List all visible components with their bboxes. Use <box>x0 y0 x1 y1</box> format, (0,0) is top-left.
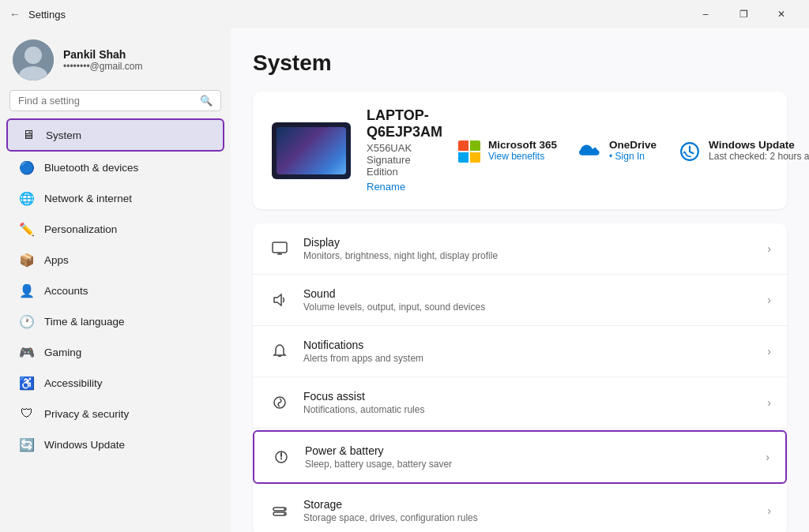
service-onedrive[interactable]: OneDrive • Sign In <box>579 139 657 163</box>
service-winupdate[interactable]: Windows Update Last checked: 2 hours ago <box>679 139 809 163</box>
onedrive-sub: • Sign In <box>609 151 657 162</box>
sidebar-item-bluetooth[interactable]: 🔵Bluetooth & devices <box>6 152 224 182</box>
sidebar-label-network: Network & internet <box>44 193 132 204</box>
title-bar-left: ← Settings <box>9 8 66 21</box>
main-content: System LAPTOP-Q6EJP3AM X556UAK Signature… <box>231 28 809 532</box>
svg-point-15 <box>284 508 285 510</box>
search-icon: 🔍 <box>200 95 213 107</box>
svg-rect-5 <box>273 242 287 253</box>
notifications-desc: Alerts from apps and system <box>303 353 754 364</box>
sidebar-label-accounts: Accounts <box>44 285 88 297</box>
sidebar-item-gaming[interactable]: 🎮Gaming <box>6 337 224 367</box>
title-bar-controls: – ❐ ✕ <box>687 3 800 25</box>
power-battery-desc: Sleep, battery usage, battery saver <box>305 459 753 470</box>
device-services: Microsoft 365 View benefits OneDrive • S… <box>458 139 809 163</box>
display-icon <box>269 238 291 260</box>
onedrive-info: OneDrive • Sign In <box>609 139 657 162</box>
service-ms365[interactable]: Microsoft 365 View benefits <box>458 139 557 163</box>
notifications-title: Notifications <box>303 339 754 351</box>
title-bar: ← Settings – ❐ ✕ <box>0 0 809 28</box>
display-text: Display Monitors, brightness, night ligh… <box>303 236 754 261</box>
network-nav-icon: 🌐 <box>19 190 35 206</box>
settings-item-sound[interactable]: Sound Volume levels, output, input, soun… <box>253 275 787 326</box>
search-container: 🔍 <box>0 90 231 118</box>
power-battery-chevron: › <box>766 451 769 463</box>
sidebar-item-network[interactable]: 🌐Network & internet <box>6 183 224 213</box>
rename-link[interactable]: Rename <box>367 181 405 193</box>
onedrive-icon <box>579 140 601 163</box>
sound-icon <box>269 289 291 311</box>
back-icon[interactable]: ← <box>9 8 21 21</box>
storage-text: Storage Storage space, drives, configura… <box>303 498 754 523</box>
settings-item-notifications[interactable]: Notifications Alerts from apps and syste… <box>253 326 787 377</box>
power-battery-icon <box>270 446 292 468</box>
apps-nav-icon: 📦 <box>19 252 35 268</box>
sound-title: Sound <box>303 287 754 300</box>
sidebar-label-accessibility: Accessibility <box>44 377 103 389</box>
device-info: LAPTOP-Q6EJP3AM X556UAK Signature Editio… <box>367 107 442 193</box>
sidebar-item-accessibility[interactable]: ♿Accessibility <box>6 368 224 398</box>
svg-point-1 <box>24 47 42 64</box>
ms365-info: Microsoft 365 View benefits <box>488 139 557 162</box>
storage-title: Storage <box>303 498 754 511</box>
windowsupdate-nav-icon: 🔄 <box>19 436 35 452</box>
time-nav-icon: 🕐 <box>19 313 35 329</box>
storage-chevron: › <box>767 504 771 517</box>
privacy-nav-icon: 🛡 <box>19 406 35 421</box>
ms365-icon <box>458 140 480 163</box>
sidebar-label-privacy: Privacy & security <box>44 408 129 420</box>
personalization-nav-icon: ✏️ <box>19 221 35 237</box>
search-input[interactable] <box>18 95 194 107</box>
power-battery-title: Power & battery <box>305 444 753 457</box>
sidebar-item-personalization[interactable]: ✏️Personalization <box>6 214 224 244</box>
focus-assist-chevron: › <box>767 396 771 409</box>
bluetooth-nav-icon: 🔵 <box>19 159 35 175</box>
accessibility-nav-icon: ♿ <box>19 375 35 391</box>
profile-section[interactable]: Pankil Shah ••••••••@gmail.com <box>0 28 231 90</box>
device-name: LAPTOP-Q6EJP3AM <box>367 107 442 140</box>
winupdate-sub: Last checked: 2 hours ago <box>709 151 809 162</box>
maximize-button[interactable]: ❐ <box>725 3 762 25</box>
avatar <box>13 39 54 81</box>
sidebar-label-bluetooth: Bluetooth & devices <box>44 162 138 174</box>
storage-icon <box>269 500 291 522</box>
app-body: Pankil Shah ••••••••@gmail.com 🔍 🖥System… <box>0 28 809 532</box>
sidebar-item-windowsupdate[interactable]: 🔄Windows Update <box>6 429 224 459</box>
storage-desc: Storage space, drives, configuration rul… <box>303 512 754 523</box>
focus-assist-text: Focus assist Notifications, automatic ru… <box>303 390 754 415</box>
svg-marker-4 <box>683 150 686 152</box>
settings-list: Display Monitors, brightness, night ligh… <box>253 223 787 532</box>
notifications-icon <box>269 340 291 362</box>
focus-assist-desc: Notifications, automatic rules <box>303 404 754 415</box>
sidebar-item-time[interactable]: 🕐Time & language <box>6 306 224 336</box>
settings-item-storage[interactable]: Storage Storage space, drives, configura… <box>253 485 787 532</box>
device-screen-image <box>277 127 346 174</box>
sidebar-label-time: Time & language <box>44 316 125 328</box>
display-desc: Monitors, brightness, night light, displ… <box>303 250 754 261</box>
ms365-name: Microsoft 365 <box>488 139 557 151</box>
settings-item-focus-assist[interactable]: Focus assist Notifications, automatic ru… <box>253 377 787 429</box>
sidebar: Pankil Shah ••••••••@gmail.com 🔍 🖥System… <box>0 28 231 532</box>
settings-item-power-battery[interactable]: Power & battery Sleep, battery usage, ba… <box>253 430 787 484</box>
title-bar-title: Settings <box>28 9 66 21</box>
focus-assist-icon <box>269 392 291 414</box>
sidebar-item-apps[interactable]: 📦Apps <box>6 245 224 275</box>
winupdate-icon <box>679 140 701 163</box>
minimize-button[interactable]: – <box>687 3 724 25</box>
profile-info: Pankil Shah ••••••••@gmail.com <box>63 48 142 72</box>
device-model: X556UAK Signature Edition <box>367 142 442 178</box>
sidebar-label-gaming: Gaming <box>44 347 81 358</box>
device-card: LAPTOP-Q6EJP3AM X556UAK Signature Editio… <box>253 92 787 209</box>
sidebar-label-system: System <box>46 129 81 141</box>
notifications-chevron: › <box>767 345 771 358</box>
winupdate-name: Windows Update <box>709 139 809 151</box>
settings-item-display[interactable]: Display Monitors, brightness, night ligh… <box>253 223 787 275</box>
sound-chevron: › <box>767 294 771 306</box>
power-battery-text: Power & battery Sleep, battery usage, ba… <box>305 444 753 470</box>
sidebar-label-windowsupdate: Windows Update <box>44 439 125 451</box>
sidebar-item-system[interactable]: 🖥System <box>6 118 224 152</box>
sidebar-item-privacy[interactable]: 🛡Privacy & security <box>6 399 224 429</box>
system-nav-icon: 🖥 <box>21 127 36 143</box>
close-button[interactable]: ✕ <box>763 3 800 25</box>
sidebar-item-accounts[interactable]: 👤Accounts <box>6 275 224 305</box>
